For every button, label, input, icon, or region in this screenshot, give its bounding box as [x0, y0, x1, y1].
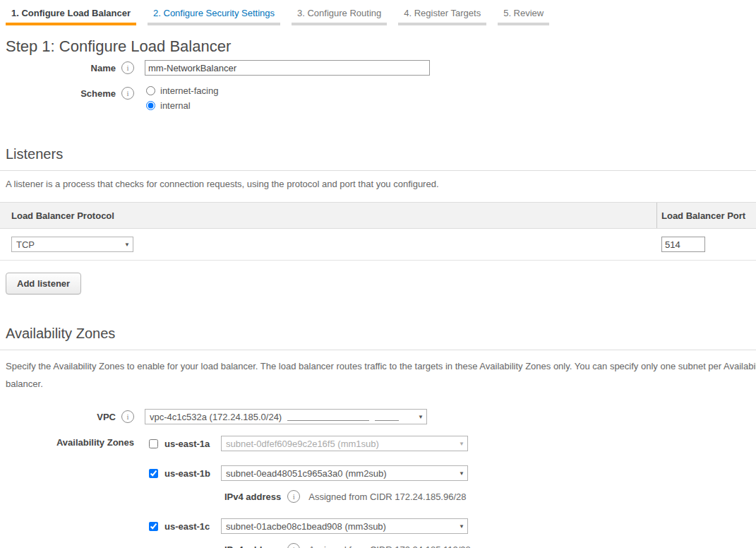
listeners-table-header: Load Balancer Protocol Load Balancer Por…: [0, 202, 756, 229]
internet-facing-radio-label: internet-facing: [160, 85, 218, 96]
availability-zones-heading: Availability Zones: [0, 326, 756, 350]
ipv4-info-icon[interactable]: i: [287, 490, 300, 503]
protocol-select[interactable]: TCP ▼: [11, 237, 133, 252]
us-east-1c-checkbox[interactable]: [149, 522, 158, 531]
add-listener-button[interactable]: Add listener: [6, 273, 81, 294]
vpc-label: VPC: [97, 412, 116, 422]
underline-artifact: [375, 419, 399, 421]
chevron-down-icon: ▼: [459, 441, 464, 447]
zone-name: us-east-1a: [164, 439, 221, 449]
us-east-1a-subnet-select: subnet-0dfef609e9c2e16f5 (mm1sub) ▼: [221, 436, 468, 451]
us-east-1c-ipv4-row: IPv4 address i Assigned from CIDR 172.24…: [224, 543, 756, 548]
name-row: Name i: [0, 60, 756, 76]
underline-artifact: [287, 419, 369, 421]
az-description-line1: Specify the Availability Zones to enable…: [6, 357, 756, 375]
availability-zones-label: Availability Zones: [56, 437, 134, 448]
zone-name: us-east-1c: [164, 521, 221, 532]
az-description-line2: balancer.: [6, 375, 756, 393]
zone-row-us-east-1a: us-east-1a subnet-0dfef609e9c2e16f5 (mm1…: [145, 436, 756, 451]
tab-register-targets[interactable]: 4. Register Targets: [398, 6, 486, 25]
internal-radio-label: internal: [160, 100, 191, 111]
vpc-select[interactable]: vpc-4c1c532a (172.24.185.0/24) ▼: [145, 409, 427, 424]
chevron-down-icon: ▼: [459, 523, 464, 530]
ipv4-assigned-text: Assigned from CIDR 172.24.185.112/28: [308, 544, 471, 548]
us-east-1c-subnet-select[interactable]: subnet-01acbe08c1bead908 (mm3sub) ▼: [221, 518, 468, 534]
listeners-table: Load Balancer Protocol Load Balancer Por…: [0, 202, 756, 261]
name-info-icon[interactable]: i: [121, 61, 134, 74]
page-title: Step 1: Configure Load Balancer: [6, 37, 756, 56]
scheme-info-icon[interactable]: i: [121, 87, 134, 100]
ipv4-address-label: IPv4 address: [224, 544, 281, 548]
ipv4-info-icon[interactable]: i: [287, 543, 300, 548]
scheme-row: Scheme i internet-facing internal: [0, 85, 756, 115]
listener-row: TCP ▼: [0, 229, 756, 261]
us-east-1b-checkbox[interactable]: [149, 469, 158, 478]
internal-radio[interactable]: [146, 101, 155, 110]
ipv4-assigned-text: Assigned from CIDR 172.24.185.96/28: [308, 492, 466, 502]
zone-row-us-east-1b: us-east-1b subnet-0ead48051c965a3a0 (mm2…: [145, 465, 756, 481]
name-input[interactable]: [145, 60, 430, 76]
protocol-column-header: Load Balancer Protocol: [11, 210, 114, 221]
us-east-1b-ipv4-row: IPv4 address i Assigned from CIDR 172.24…: [224, 490, 756, 503]
vpc-row: VPC i vpc-4c1c532a (172.24.185.0/24) ▼: [0, 409, 756, 424]
tab-review[interactable]: 5. Review: [498, 6, 549, 25]
us-east-1b-subnet-select[interactable]: subnet-0ead48051c965a3a0 (mm2sub) ▼: [221, 465, 468, 481]
vpc-info-icon[interactable]: i: [121, 410, 134, 423]
tab-configure-load-balancer[interactable]: 1. Configure Load Balancer: [6, 6, 136, 25]
internet-facing-radio[interactable]: [146, 86, 155, 95]
zone-row-us-east-1c: us-east-1c subnet-01acbe08c1bead908 (mm3…: [145, 518, 756, 534]
chevron-down-icon: ▼: [124, 242, 130, 248]
scheme-option-internal[interactable]: internal: [145, 100, 218, 111]
scheme-label: Scheme: [80, 88, 116, 99]
tab-configure-routing[interactable]: 3. Configure Routing: [292, 6, 387, 25]
ipv4-address-label: IPv4 address: [224, 492, 281, 502]
port-column-header: Load Balancer Port: [661, 210, 745, 221]
port-input[interactable]: [661, 237, 705, 252]
tab-configure-security-settings[interactable]: 2. Configure Security Settings: [148, 6, 280, 25]
wizard-step-tabs: 1. Configure Load Balancer 2. Configure …: [0, 0, 756, 25]
name-label: Name: [91, 63, 116, 73]
zone-name: us-east-1b: [164, 468, 221, 479]
listeners-heading: Listeners: [0, 146, 756, 171]
availability-zones-description: Specify the Availability Zones to enable…: [6, 357, 756, 393]
chevron-down-icon: ▼: [459, 470, 464, 477]
scheme-option-internet-facing[interactable]: internet-facing: [145, 85, 218, 96]
listeners-description: A listener is a process that checks for …: [6, 178, 756, 191]
us-east-1a-checkbox[interactable]: [149, 439, 158, 448]
chevron-down-icon: ▼: [418, 414, 424, 420]
